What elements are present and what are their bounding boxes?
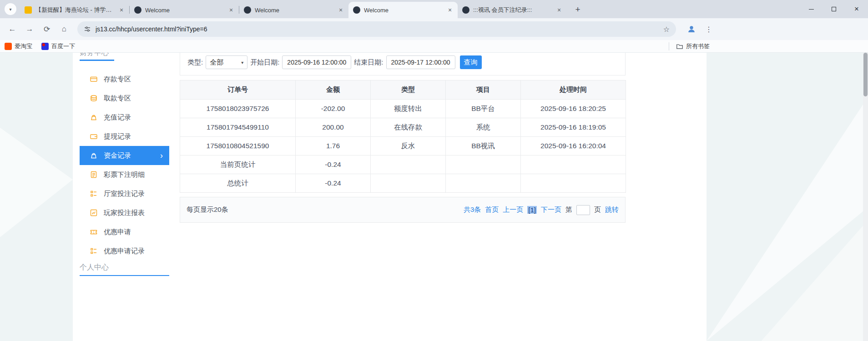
col-header-amount: 金额 [296,80,371,100]
cell-project: BB平台 [446,100,521,118]
document-icon [90,170,98,179]
sidebar-item-hall-bet-records[interactable]: 厅室投注记录 [80,184,169,203]
cell-order-no: 1758018023975726 [180,100,296,118]
sidebar-item-label: 取款专区 [104,94,131,103]
cell-amount: 1.76 [296,137,371,155]
cell-amount: -0.24 [296,155,371,174]
sidebar-item-player-bet-report[interactable]: 玩家投注报表 [80,203,169,222]
close-window-button[interactable]: × [845,0,868,18]
tab-close-icon[interactable]: × [555,6,563,14]
sidebar-item-recharge-records[interactable]: 充值记录 [80,108,169,127]
browser-tab-welcome-1[interactable]: Welcome × [130,2,239,18]
next-page-link[interactable]: 下一页 [541,206,561,214]
forward-button[interactable]: → [22,21,37,37]
cell-time: 2025-09-16 18:19:05 [521,118,626,137]
search-button[interactable]: 查询 [460,55,482,69]
tab-search-button[interactable]: ▾ [5,3,16,15]
table-row: 1758010804521590 1.76 反水 BB视讯 2025-09-16… [180,137,626,155]
cell-type: 反水 [371,137,446,155]
tab-title: 【新提醒】海燕论坛 - 博学交... [35,6,115,14]
sidebar-item-label: 彩票下注明细 [104,170,145,179]
end-date-input[interactable] [386,55,455,69]
end-date-label: 结束日期: [354,58,383,67]
cell-empty [371,174,446,193]
all-bookmarks-label: 所有书签 [686,42,710,50]
tab-close-icon[interactable]: × [227,6,235,14]
bookmark-star-icon[interactable]: ☆ [663,25,670,34]
minimize-button[interactable] [800,0,823,18]
profile-avatar-button[interactable] [684,22,699,36]
filter-bar: 类型: 全部 ▾ 开始日期: 结束日期: 查询 [180,53,626,75]
sidebar-item-label: 充值记录 [104,113,131,122]
start-date-label: 开始日期: [250,58,279,67]
browser-tab-welcome-2[interactable]: Welcome × [239,2,348,18]
sidebar-section-personal-center[interactable]: 个人中心 [80,263,109,272]
start-date-input[interactable] [282,55,351,69]
type-select[interactable]: 全部 ▾ [206,55,247,69]
bookmarks-separator [669,42,669,50]
all-bookmarks-button[interactable]: 所有书签 [676,40,710,53]
table-header-row: 订单号 金额 类型 项目 处理时间 [180,80,626,100]
bank-card-icon [90,75,98,83]
funds-records-table: 订单号 金额 类型 项目 处理时间 1758018023975726 -202.… [180,80,626,193]
maximize-button[interactable] [823,0,845,18]
tab-title: Welcome [364,7,443,14]
sidebar-section-finance-center[interactable]: 财务中心 [80,53,109,58]
reload-button[interactable]: ⟳ [39,21,55,37]
page-scrollbar[interactable] [863,53,868,341]
browser-toolbar: ← → ⟳ ⌂ js13.cc/hhcp/usercenter.html?ini… [0,18,868,40]
sidebar-item-lottery-bet-details[interactable]: 彩票下注明细 [80,165,169,184]
person-icon [686,24,696,34]
sidebar-item-promo-apply-records[interactable]: 优惠申请记录 [80,241,169,261]
cell-time: 2025-09-16 16:20:04 [521,137,626,155]
cell-type: 额度转出 [371,100,446,118]
sidebar-item-withdrawal-records[interactable]: 提现记录 [80,127,169,146]
chevron-down-icon: ▾ [9,7,11,12]
scrollbar-thumb[interactable] [863,53,868,96]
first-page-link[interactable]: 首页 [485,206,499,214]
site-favicon-icon [353,6,360,14]
new-tab-button[interactable]: + [571,3,584,16]
right-background-decor [707,53,863,341]
col-header-type: 类型 [371,80,446,100]
funds-icon [90,151,98,160]
back-button[interactable]: ← [5,21,20,37]
list-icon [90,190,98,198]
cell-order-no: 1758010804521590 [180,137,296,155]
cell-empty [371,155,446,174]
site-favicon-icon [244,6,251,14]
money-bag-icon [90,113,98,121]
sidebar-item-funds-records[interactable]: 资金记录 › [80,146,169,165]
tab-title: Welcome [145,7,224,14]
site-favicon-icon [462,6,469,14]
wallet-icon [90,132,98,140]
address-bar[interactable]: js13.cc/hhcp/usercenter.html?iniType=6 ☆ [77,21,676,37]
total-count-label: 共3条 [464,206,481,214]
prev-page-link[interactable]: 上一页 [503,206,523,214]
sidebar-item-promo-apply[interactable]: 优惠申请 [80,222,169,241]
url-text[interactable]: js13.cc/hhcp/usercenter.html?iniType=6 [96,25,663,33]
page-number-input[interactable] [576,205,590,215]
browser-tab-betting-records[interactable]: :::视讯 会员下注纪录::: × [458,2,567,18]
sidebar-item-withdraw[interactable]: 取款专区 [80,89,169,108]
browser-menu-button[interactable]: ⋮ [702,22,715,36]
tab-close-icon[interactable]: × [446,6,454,14]
cell-project: BB视讯 [446,137,521,155]
tab-close-icon[interactable]: × [117,6,126,14]
col-header-time: 处理时间 [521,80,626,100]
tab-strip: ▾ 【新提醒】海燕论坛 - 博学交... × Welcome × Welcome… [0,0,868,18]
tabs: 【新提醒】海燕论坛 - 博学交... × Welcome × Welcome ×… [20,0,584,18]
home-button[interactable]: ⌂ [56,21,72,37]
cell-order-no: 1758017945499110 [180,118,296,137]
tab-close-icon[interactable]: × [337,6,345,14]
bookmark-taobao[interactable]: 爱淘宝 [5,42,32,50]
browser-tab-welcome-active[interactable]: Welcome × [348,2,458,18]
tab-title: Welcome [255,7,334,14]
main-content: 类型: 全部 ▾ 开始日期: 结束日期: 查询 订单号 金额 类型 项目 处理时… [180,53,626,341]
browser-tab-forum[interactable]: 【新提醒】海燕论坛 - 博学交... × [20,2,129,18]
sidebar-item-deposit[interactable]: 存款专区 [80,70,169,89]
tab-title: :::视讯 会员下注纪录::: [473,6,552,14]
site-info-icon [84,25,91,33]
jump-link[interactable]: 跳转 [605,206,619,214]
bookmark-baidu[interactable]: 百度一下 [41,42,75,50]
